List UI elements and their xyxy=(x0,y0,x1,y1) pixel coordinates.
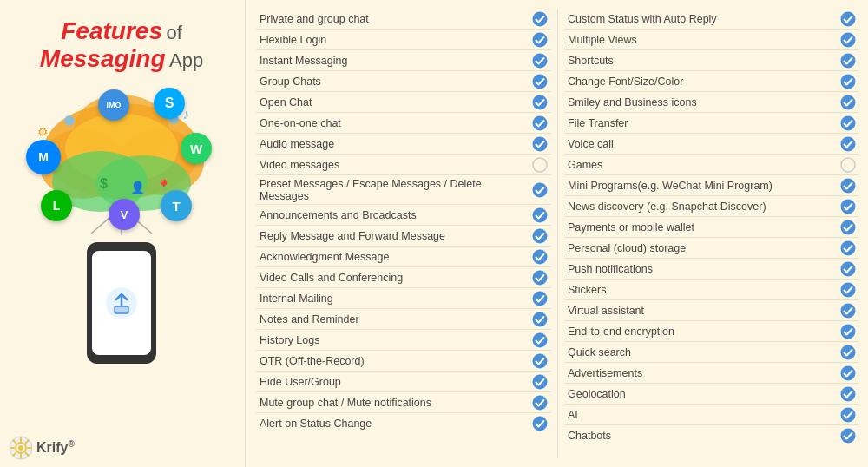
left-features-column: Private and group chat Flexible Login In… xyxy=(252,9,556,458)
feature-name: Payments or mobile wallet xyxy=(568,221,837,234)
svg-point-74 xyxy=(841,428,856,443)
right-feature-item: AI xyxy=(564,405,859,425)
right-feature-item: Shortcuts xyxy=(564,50,859,71)
svg-point-56 xyxy=(841,53,856,68)
feature-name: Internal Mailing xyxy=(260,293,529,305)
feature-name: News discovery (e.g. Snapchat Discover) xyxy=(568,201,837,213)
feature-name: Quick search xyxy=(568,346,837,358)
left-feature-item: History Logs xyxy=(256,330,551,351)
feature-name: History Logs xyxy=(260,334,529,346)
app-icon-v: V xyxy=(108,199,140,230)
feature-name: Video Calls and Conferencing xyxy=(260,272,529,284)
krify-logo: Krify® xyxy=(9,436,75,460)
left-feature-item: Announcements and Broadcasts xyxy=(256,205,551,226)
left-feature-item: Video messages xyxy=(256,155,551,175)
svg-point-57 xyxy=(841,74,856,89)
feature-name: Flexible Login xyxy=(260,34,529,46)
left-feature-item: One-on-one chat xyxy=(256,113,551,134)
left-feature-item: Acknowledgment Message xyxy=(256,247,551,267)
right-feature-item: News discovery (e.g. Snapchat Discover) xyxy=(564,196,859,217)
left-feature-item: Private and group chat xyxy=(256,9,551,30)
feature-name: Open Chat xyxy=(260,96,529,109)
title-app: App xyxy=(169,49,203,71)
svg-point-52 xyxy=(533,395,548,410)
left-feature-item: Video Calls and Conferencing xyxy=(256,267,551,288)
feature-name: Hide User/Group xyxy=(260,376,529,388)
feature-name: Instant Messaging xyxy=(260,55,529,67)
feature-name: Video messages xyxy=(260,159,529,171)
svg-point-50 xyxy=(533,353,548,368)
svg-text:$: $ xyxy=(100,176,108,191)
svg-point-61 xyxy=(841,158,855,172)
right-feature-item: End-to-end encryption xyxy=(564,321,859,342)
feature-name: File Transfer xyxy=(568,117,837,129)
right-feature-item: File Transfer xyxy=(564,113,859,134)
right-feature-item: Games xyxy=(564,155,859,175)
krify-logo-icon xyxy=(9,436,33,460)
right-feature-item: Quick search xyxy=(564,342,859,363)
feature-name: Geolocation xyxy=(568,388,837,400)
feature-name: Push notifications xyxy=(568,263,837,275)
app-icon-imo: IMO xyxy=(98,89,129,121)
svg-point-51 xyxy=(533,374,548,389)
left-feature-item: OTR (Off-the-Record) xyxy=(256,351,551,372)
title-messaging: Messaging xyxy=(40,45,166,72)
right-features-column: Custom Status with Auto Reply Multiple V… xyxy=(560,9,864,458)
svg-point-63 xyxy=(841,199,856,214)
feature-name: OTR (Off-the-Record) xyxy=(260,355,529,367)
right-feature-item: Change Font/Size/Color xyxy=(564,71,859,92)
feature-name: Advertisements xyxy=(568,367,837,379)
feature-name: Voice call xyxy=(568,138,837,150)
svg-point-58 xyxy=(841,95,856,109)
feature-name: Change Font/Size/Color xyxy=(568,76,837,88)
right-feature-item: Multiple Views xyxy=(564,30,859,50)
left-feature-item: Audio message xyxy=(256,134,551,155)
app-icon-l: L xyxy=(41,190,72,221)
svg-point-46 xyxy=(533,270,548,285)
app-icon-m: M xyxy=(26,140,61,174)
left-feature-item: Reply Message and Forward Message xyxy=(256,226,551,247)
right-feature-item: Advertisements xyxy=(564,363,859,384)
svg-point-47 xyxy=(533,291,548,306)
feature-name: Audio message xyxy=(260,138,529,150)
svg-point-66 xyxy=(841,261,856,276)
title-of: of xyxy=(166,22,181,43)
svg-point-9 xyxy=(64,115,75,126)
feature-name: Private and group chat xyxy=(260,13,529,25)
svg-point-39 xyxy=(533,115,548,130)
feature-name: Smiley and Business icons xyxy=(568,96,837,109)
feature-name: Announcements and Broadcasts xyxy=(260,209,529,221)
feature-name: Stickers xyxy=(568,284,837,296)
left-feature-item: Alert on Status Change xyxy=(256,413,551,433)
app-icon-w: W xyxy=(181,133,212,164)
svg-point-64 xyxy=(841,220,856,234)
right-feature-item: Push notifications xyxy=(564,259,859,280)
app-icon-s: S xyxy=(154,88,185,119)
left-feature-item: Open Chat xyxy=(256,92,551,113)
svg-point-41 xyxy=(533,158,547,172)
title-features: Features xyxy=(61,17,162,44)
right-feature-item: Virtual assistant xyxy=(564,300,859,321)
feature-name: Personal (cloud) storage xyxy=(568,242,837,254)
svg-point-45 xyxy=(533,249,548,264)
left-feature-item: Preset Messages / Escape Messages / Dele… xyxy=(256,175,551,205)
svg-point-42 xyxy=(533,182,548,197)
feature-name: Chatbots xyxy=(568,430,837,442)
feature-name: AI xyxy=(568,409,837,421)
right-feature-item: Geolocation xyxy=(564,384,859,405)
svg-point-34 xyxy=(533,11,548,26)
svg-point-70 xyxy=(841,345,856,359)
svg-point-59 xyxy=(841,115,856,130)
feature-name: End-to-end encryption xyxy=(568,326,837,338)
feature-name: Acknowledgment Message xyxy=(260,251,529,263)
left-panel: Features of Messaging App ♪ ⚙ $ xyxy=(0,0,243,467)
feature-name: Shortcuts xyxy=(568,55,837,67)
inner-divider xyxy=(557,9,558,458)
feature-name: Games xyxy=(568,159,837,171)
feature-name: Multiple Views xyxy=(568,34,837,46)
svg-point-65 xyxy=(841,240,856,255)
svg-text:⚙: ⚙ xyxy=(37,125,49,139)
feature-name: Virtual assistant xyxy=(568,305,837,317)
feature-name: Group Chats xyxy=(260,76,529,88)
svg-point-67 xyxy=(841,282,856,297)
